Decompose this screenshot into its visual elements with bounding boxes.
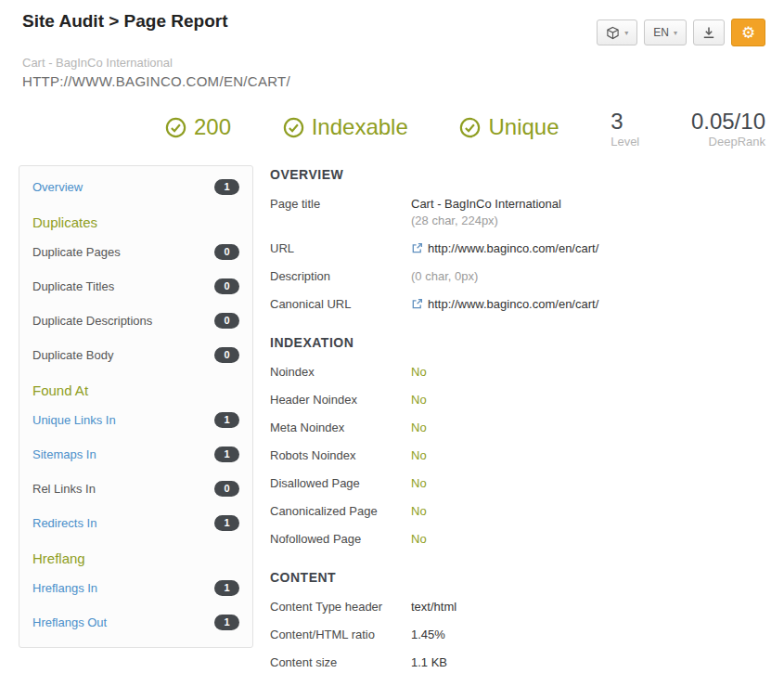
count-badge: 0 <box>214 244 239 260</box>
sidebar-item-duplicate-descriptions[interactable]: Duplicate Descriptions0 <box>19 304 252 338</box>
count-badge: 0 <box>214 347 239 363</box>
row-value: No <box>411 365 427 379</box>
segments-button[interactable]: ▾ <box>597 19 637 45</box>
row-label: Content size <box>270 654 411 671</box>
status-200: 200 <box>165 110 231 140</box>
settings-button[interactable]: ⚙ <box>731 19 765 46</box>
row-value: No <box>411 393 427 407</box>
language-label: EN <box>653 26 669 39</box>
row-label: Content Type header <box>270 599 411 615</box>
row-value: No <box>411 476 427 490</box>
metric-deeprank: 0.05/10DeepRank <box>691 110 765 149</box>
external-url-link[interactable]: http://www.baginco.com/en/cart/ <box>411 241 598 255</box>
row-value-wrap: No <box>411 447 427 464</box>
sidebar-item-label: Redirects In <box>32 516 96 530</box>
row-label: Noindex <box>270 364 411 381</box>
sidebar-item-duplicate-body[interactable]: Duplicate Body0 <box>19 338 252 372</box>
sidebar-item-overview[interactable]: Overview1 <box>19 170 252 204</box>
report-row-description: Description(0 char, 0px) <box>270 268 765 285</box>
report-row-canonical-url: Canonical URLhttp://www.baginco.com/en/c… <box>270 296 765 313</box>
report-row-canonicalized-page: Canonicalized PageNo <box>270 503 765 520</box>
external-link-icon <box>411 242 423 254</box>
row-value: No <box>411 504 427 518</box>
row-value: 1.45% <box>411 628 445 641</box>
check-circle-icon <box>283 117 304 138</box>
sidebar-item-label: Duplicate Descriptions <box>32 314 152 328</box>
content: Overview1DuplicatesDuplicate Pages0Dupli… <box>0 149 784 693</box>
sidebar-item-duplicate-pages[interactable]: Duplicate Pages0 <box>19 235 252 269</box>
top-bar: Site Audit > Page Report ▾ EN ▾ <box>0 0 784 46</box>
page: Site Audit > Page Report ▾ EN ▾ <box>0 0 784 693</box>
section-content: CONTENTContent Type headertext/htmlConte… <box>270 570 765 671</box>
row-label: Canonical URL <box>270 296 411 313</box>
metric-label: DeepRank <box>691 135 765 149</box>
row-value-wrap: http://www.baginco.com/en/cart/ <box>411 240 598 257</box>
download-icon <box>702 26 715 39</box>
audited-page-url: HTTP://WWW.BAGINCO.COM/EN/CART/ <box>22 73 762 89</box>
count-badge: 0 <box>214 481 239 497</box>
row-label: Meta Noindex <box>270 420 411 436</box>
row-value: http://www.baginco.com/en/cart/ <box>428 297 598 311</box>
sidebar-item-hreflangs-out[interactable]: Hreflangs Out1 <box>19 605 252 640</box>
row-value-wrap: (0 char, 0px) <box>411 268 478 285</box>
row-value-wrap: text/html <box>411 599 456 615</box>
caret-down-icon: ▾ <box>624 29 628 37</box>
row-label: Content/HTML ratio <box>270 627 411 643</box>
report-row-robots-noindex: Robots NoindexNo <box>270 447 765 464</box>
row-label: Nofollowed Page <box>270 531 411 548</box>
section-heading: OVERVIEW <box>270 167 765 182</box>
status-label: Indexable <box>312 114 408 140</box>
sidebar-item-hreflangs-in[interactable]: Hreflangs In1 <box>19 571 252 605</box>
row-note: (0 char, 0px) <box>411 269 478 283</box>
count-badge: 1 <box>214 580 239 596</box>
status-unique: Unique <box>459 110 559 140</box>
sidebar-item-sitemaps-in[interactable]: Sitemaps In1 <box>19 437 252 472</box>
sidebar-item-label: Hreflangs In <box>32 581 97 595</box>
row-value-wrap: No <box>411 531 427 548</box>
report-row-content-type-header: Content Type headertext/html <box>270 599 765 615</box>
row-value: http://www.baginco.com/en/cart/ <box>428 241 598 255</box>
status-label: Unique <box>488 114 559 140</box>
row-value-wrap: Cart - BagInCo International(28 char, 22… <box>411 196 561 229</box>
row-value: 1.1 KB <box>411 655 447 669</box>
row-value-wrap: No <box>411 392 427 408</box>
report-sidebar: Overview1DuplicatesDuplicate Pages0Dupli… <box>19 165 253 648</box>
report-row-nofollowed-page: Nofollowed PageNo <box>270 531 765 548</box>
count-badge: 0 <box>214 313 239 329</box>
row-value-wrap: No <box>411 503 427 520</box>
report-row-url: URLhttp://www.baginco.com/en/cart/ <box>270 240 765 257</box>
section-heading: CONTENT <box>270 570 765 585</box>
report-main: OVERVIEWPage titleCart - BagInCo Interna… <box>270 165 765 693</box>
sidebar-item-label: Overview <box>32 180 83 194</box>
row-note: (28 char, 224px) <box>411 213 561 229</box>
count-badge: 1 <box>214 412 239 428</box>
sidebar-item-redirects-in[interactable]: Redirects In1 <box>19 506 252 540</box>
row-value: No <box>411 532 427 546</box>
export-button[interactable] <box>693 19 725 45</box>
external-url-link[interactable]: http://www.baginco.com/en/cart/ <box>411 297 598 311</box>
report-row-content-html-ratio: Content/HTML ratio1.45% <box>270 627 765 643</box>
report-row-content-size: Content size1.1 KB <box>270 654 765 671</box>
count-badge: 0 <box>214 278 239 294</box>
cube-icon <box>606 26 620 40</box>
language-button[interactable]: EN ▾ <box>644 19 687 45</box>
sidebar-item-rel-links-in[interactable]: Rel Links In0 <box>19 472 252 506</box>
row-label: Robots Noindex <box>270 447 411 464</box>
row-label: Page title <box>270 196 411 213</box>
metric-level: 3Level <box>610 110 639 149</box>
check-circle-icon <box>459 117 481 138</box>
toolbar: ▾ EN ▾ ⚙ <box>590 19 765 46</box>
external-link-icon <box>411 298 423 310</box>
row-value-wrap: 1.1 KB <box>411 654 447 671</box>
caret-down-icon: ▾ <box>674 29 677 37</box>
row-label: URL <box>270 240 411 257</box>
sidebar-section-hreflang: Hreflang <box>19 540 252 571</box>
row-value-wrap: 1.45% <box>411 627 445 643</box>
sidebar-item-unique-links-in[interactable]: Unique Links In1 <box>19 403 252 437</box>
row-label: Description <box>270 268 411 285</box>
section-overview: OVERVIEWPage titleCart - BagInCo Interna… <box>270 167 765 313</box>
metric-label: Level <box>610 135 639 149</box>
row-value: text/html <box>411 600 456 614</box>
sidebar-item-duplicate-titles[interactable]: Duplicate Titles0 <box>19 269 252 304</box>
sidebar-section-duplicates: Duplicates <box>19 204 252 235</box>
